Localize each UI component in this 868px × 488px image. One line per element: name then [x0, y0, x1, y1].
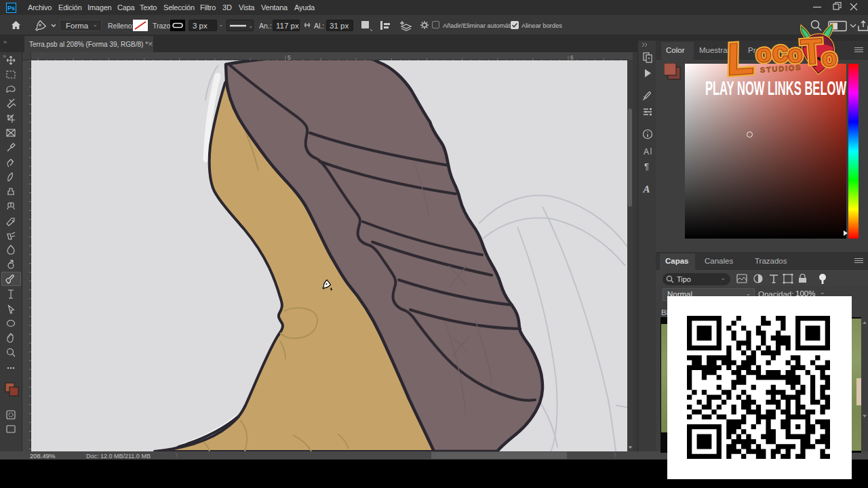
svg-text:o: o — [755, 39, 772, 67]
svg-text:¶: ¶ — [644, 161, 649, 171]
svg-text:Ps: Ps — [7, 5, 15, 12]
svg-text:A: A — [643, 184, 650, 195]
svg-text:T: T — [800, 31, 824, 72]
svg-text:A: A — [644, 147, 649, 157]
svg-text:»: » — [3, 53, 6, 60]
svg-text:PLAY NOW LINKS BELOW: PLAY NOW LINKS BELOW — [705, 77, 847, 99]
svg-text:⌄: ⌄ — [248, 22, 253, 29]
svg-text:o: o — [821, 43, 837, 71]
